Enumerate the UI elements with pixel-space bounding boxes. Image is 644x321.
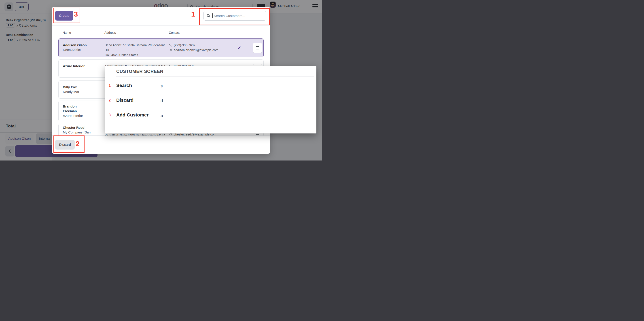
title-divider bbox=[116, 76, 314, 77]
annotation-box-search bbox=[199, 8, 270, 25]
customer-name-cell: Billy Fox Ready Mat bbox=[63, 85, 96, 94]
shortcut-label: Discard bbox=[116, 98, 134, 103]
shortcut-key: a bbox=[160, 113, 163, 118]
modal-footer: Discard bbox=[52, 136, 270, 154]
annotation-number-1: 1 bbox=[191, 11, 195, 18]
annotation-box-discard bbox=[54, 136, 84, 153]
shortcut-key: s bbox=[160, 84, 163, 88]
column-header-name[interactable]: Name bbox=[62, 31, 71, 34]
customer-name-cell: Chester Reed My Company (San bbox=[63, 125, 96, 134]
shortcut-number: 2 bbox=[109, 98, 114, 102]
shortcut-panel-title: CUSTOMER SCREEN bbox=[116, 69, 164, 74]
shortcut-label: Add Customer bbox=[116, 112, 149, 118]
customer-details-button[interactable] bbox=[253, 43, 262, 53]
shortcut-key: d bbox=[160, 98, 163, 103]
shortcut-label: Search bbox=[116, 83, 132, 88]
shortcut-number: 3 bbox=[109, 113, 114, 117]
annotation-number-2: 2 bbox=[76, 140, 80, 147]
shortcut-number: 1 bbox=[109, 84, 114, 88]
shortcut-row-discard: 2 Discard d bbox=[105, 98, 316, 104]
send-icon bbox=[169, 49, 172, 52]
customer-name-cell: Azure Interior bbox=[63, 64, 96, 68]
shortcut-row-search: 1 Search s bbox=[105, 83, 316, 90]
shortcut-row-add-customer: 3 Add Customer a bbox=[105, 112, 316, 119]
selected-check-icon: ✔ bbox=[238, 46, 241, 50]
header-divider bbox=[58, 37, 264, 37]
phone-icon bbox=[169, 44, 172, 47]
customer-screen-shortcut-panel: CUSTOMER SCREEN 1 Search s 2 Discard d 3… bbox=[105, 66, 316, 134]
customer-address-cell: Deco Addict 77 Santa Barbara Rd Pleasant… bbox=[105, 43, 168, 58]
annotation-number-3: 3 bbox=[74, 11, 78, 18]
column-header-address[interactable]: Address bbox=[104, 31, 116, 34]
customer-contact-cell: (223)-399-7637 addison.olson28@example.c… bbox=[169, 43, 236, 52]
customer-name-cell: Addison Olson Deco Addict bbox=[63, 43, 96, 52]
pos-customer-screen: 301 odoo Mitchell Admin Desk Organizer (… bbox=[0, 0, 322, 160]
customer-name-cell: Brandon Freeman Azure Interior bbox=[63, 104, 89, 118]
column-header-contact[interactable]: Contact bbox=[169, 31, 180, 34]
customer-row-addison-olson[interactable]: Addison Olson Deco Addict Deco Addict 77… bbox=[58, 38, 264, 57]
